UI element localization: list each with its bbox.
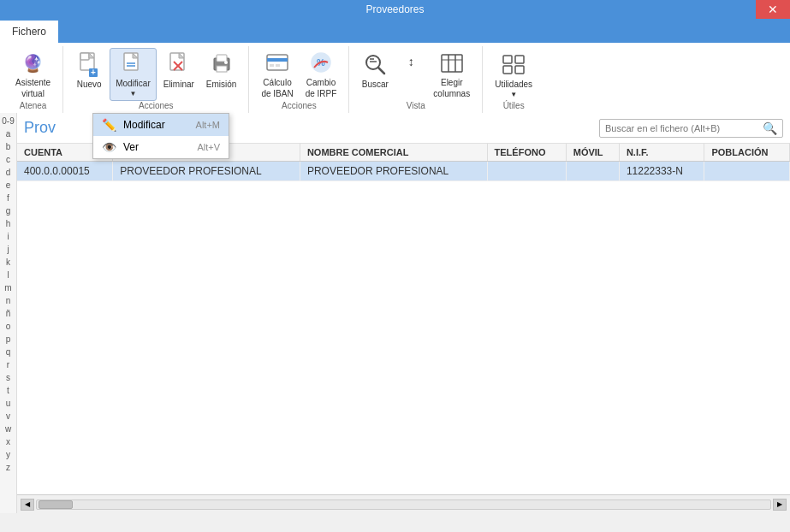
emision-label: Emisión — [206, 80, 237, 89]
calculo-iban-icon — [264, 50, 291, 76]
alpha-e[interactable]: e — [0, 179, 16, 192]
asistente-button[interactable]: 🔮 Asistente virtual — [10, 48, 56, 101]
svg-rect-20 — [276, 64, 280, 67]
cell-0: 400.0.0.00015 — [17, 162, 113, 181]
svg-text:+: + — [91, 68, 96, 77]
close-button[interactable]: ✕ — [756, 0, 790, 19]
alpha-a[interactable]: a — [0, 127, 16, 140]
svg-rect-17 — [267, 55, 288, 70]
col-nombre-comercial: NOMBRE COMERCIAL — [300, 144, 487, 162]
ribbon-group-calculos: Cálculo de IBAN % Cambio de IRPF Accione… — [249, 46, 349, 113]
alpha-f[interactable]: f — [0, 192, 16, 204]
utiles-label: Útiles — [503, 101, 525, 112]
alpha-z[interactable]: z — [0, 461, 16, 474]
elegir-columnas-label: Elegir — [441, 78, 463, 87]
svg-line-24 — [378, 68, 384, 74]
alpha-m[interactable]: m — [0, 281, 16, 294]
cell-1: PROVEEDOR PROFESIONAL — [113, 162, 300, 181]
ribbon-group-vista: Buscar ↕ Elegir columnas — [349, 46, 483, 113]
cambio-irpf-icon: % — [307, 50, 335, 76]
dropdown-ver-label: Ver — [123, 141, 139, 153]
dropdown-modificar-shortcut: Alt+M — [196, 120, 220, 130]
cell-2: PROVEEDOR PROFESIONAL — [300, 162, 487, 181]
emision-button[interactable]: Emisión — [201, 48, 242, 101]
alpha-u[interactable]: u — [0, 397, 16, 410]
cell-4 — [566, 162, 619, 181]
title-bar: Proveedores ✕ — [0, 0, 790, 19]
buscar-button[interactable]: Buscar — [356, 48, 394, 101]
sort-az-button[interactable]: ↕ — [395, 50, 426, 74]
utilidades-icon — [500, 50, 527, 78]
cell-3 — [487, 162, 566, 181]
utilidades-button[interactable]: Utilidades ▼ — [490, 48, 538, 101]
alpha-y[interactable]: y — [0, 448, 16, 461]
alpha-ñ[interactable]: ñ — [0, 307, 16, 320]
alpha-w[interactable]: w — [0, 423, 16, 435]
elegir-columnas-button[interactable]: Elegir columnas — [428, 48, 475, 101]
alpha-b[interactable]: b — [0, 140, 16, 153]
alpha-s[interactable]: s — [0, 371, 16, 384]
alpha-n[interactable]: n — [0, 294, 16, 307]
alpha-x[interactable]: x — [0, 435, 16, 448]
search-icon[interactable]: 🔍 — [763, 121, 777, 135]
table-row[interactable]: 400.0.0.00015PROVEEDOR PROFESIONALPROVEE… — [17, 162, 790, 181]
eliminar-icon — [165, 50, 193, 78]
ribbon-group-atenea: 🔮 Asistente virtual Atenea — [3, 46, 63, 113]
alpha-q[interactable]: q — [0, 346, 16, 358]
col-movil: MÓVIL — [566, 144, 619, 162]
alpha-k[interactable]: k — [0, 256, 16, 269]
alpha-c[interactable]: c — [0, 153, 16, 166]
status-bar: ◀ ▶ — [17, 494, 790, 513]
eliminar-button[interactable]: Eliminar — [158, 48, 199, 101]
modificar-dropdown: ✏️ Modificar Alt+M 👁️ Ver Alt+V — [92, 113, 229, 159]
alpha-l[interactable]: l — [0, 269, 16, 281]
dropdown-ver-shortcut: Alt+V — [197, 142, 220, 152]
calculo-iban-label: Cálculo — [263, 78, 291, 87]
main-area: 0-9 a b c d e f g h i j k l m n ñ o p q … — [0, 113, 790, 513]
utilidades-label: Utilidades — [495, 80, 532, 89]
svg-rect-18 — [267, 58, 288, 62]
dropdown-ver-item[interactable]: 👁️ Ver Alt+V — [93, 136, 229, 158]
alpha-r[interactable]: r — [0, 358, 16, 371]
nuevo-button[interactable]: + Nuevo — [70, 48, 108, 101]
ribbon-tabs: Fichero — [0, 19, 790, 43]
alpha-09[interactable]: 0-9 — [0, 115, 16, 127]
scroll-right-button[interactable]: ▶ — [773, 499, 787, 511]
cambio-irpf-label: Cambio — [306, 78, 336, 87]
scrollbar-thumb[interactable] — [39, 500, 73, 509]
dropdown-modificar-item[interactable]: ✏️ Modificar Alt+M — [93, 114, 229, 136]
dropdown-modificar-icon: ✏️ — [102, 118, 116, 132]
elegir-columnas-icon — [438, 50, 466, 76]
svg-rect-34 — [515, 66, 524, 74]
alpha-o[interactable]: o — [0, 320, 16, 333]
alpha-p[interactable]: p — [0, 333, 16, 346]
ribbon-content: 🔮 Asistente virtual Atenea + Nuev — [0, 43, 790, 113]
svg-rect-27 — [442, 55, 462, 72]
scrollbar-track — [36, 499, 771, 510]
tab-fichero[interactable]: Fichero — [0, 21, 58, 43]
table-container: CUENTA NOMBRE FISCAL NOMBRE COMERCIAL TE… — [17, 144, 790, 494]
scroll-left-button[interactable]: ◀ — [21, 499, 34, 511]
alpha-h[interactable]: h — [0, 217, 16, 230]
alpha-g[interactable]: g — [0, 204, 16, 217]
window-title: Proveedores — [365, 3, 424, 15]
search-input[interactable] — [605, 123, 759, 133]
nuevo-icon: + — [75, 50, 103, 78]
atenea-label: Atenea — [20, 101, 47, 112]
content-area: Prov 🔍 CUENTA NOMBRE FISCAL NOMBRE COMER… — [17, 113, 790, 513]
modificar-label: Modificar — [116, 79, 151, 88]
ribbon-group-utiles: Utilidades ▼ Útiles — [483, 46, 544, 113]
col-poblacion: POBLACIÓN — [704, 144, 790, 162]
alpha-v[interactable]: v — [0, 410, 16, 423]
cambio-irpf-button[interactable]: % Cambio de IRPF — [300, 48, 342, 101]
alpha-t[interactable]: t — [0, 384, 16, 397]
alpha-j[interactable]: j — [0, 243, 16, 256]
col-nif: N.I.F. — [619, 144, 704, 162]
alpha-d[interactable]: d — [0, 166, 16, 179]
modificar-button[interactable]: Modificar ▼ — [110, 48, 157, 101]
cell-5: 11222333-N — [619, 162, 704, 181]
modificar-icon — [119, 51, 146, 77]
calculo-iban-button[interactable]: Cálculo de IBAN — [256, 48, 298, 101]
dropdown-ver-icon: 👁️ — [102, 140, 116, 154]
alpha-i[interactable]: i — [0, 230, 16, 243]
